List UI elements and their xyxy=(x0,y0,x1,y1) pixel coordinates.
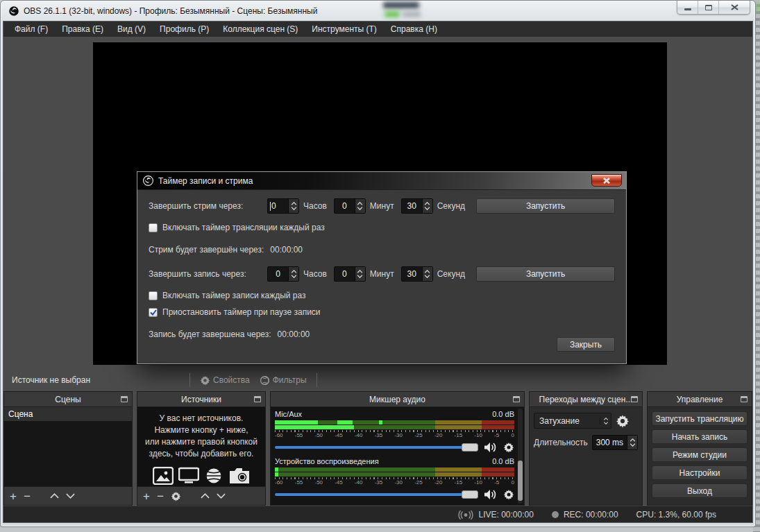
transition-select[interactable]: Затухание xyxy=(534,413,611,429)
record-hours-spinbox[interactable]: 0 xyxy=(267,266,299,282)
stream-minutes-value: 0 xyxy=(335,199,355,213)
spin-down-icon[interactable] xyxy=(424,275,430,278)
sources-empty-line: здесь, чтобы добавить его. xyxy=(137,448,265,460)
scene-list-item[interactable]: Сцена xyxy=(4,407,132,421)
spin-down-icon[interactable] xyxy=(357,207,363,210)
popout-icon[interactable] xyxy=(513,396,520,402)
mixer-panel-header[interactable]: Микшер аудио xyxy=(271,392,524,407)
move-scene-down-button[interactable] xyxy=(66,493,75,499)
volume-slider-handle[interactable] xyxy=(462,490,478,499)
volume-meter xyxy=(275,467,514,477)
spin-down-icon[interactable] xyxy=(357,275,363,278)
record-minutes-spinbox[interactable]: 0 xyxy=(334,266,366,282)
spin-down-icon[interactable] xyxy=(291,207,297,210)
stream-hours-spinbox[interactable]: 0 xyxy=(267,198,299,214)
maximize-button[interactable] xyxy=(698,1,719,14)
start-recording-button[interactable]: Начать запись xyxy=(652,429,748,444)
timer-dialog-titlebar[interactable]: Таймер записи и стрима xyxy=(137,172,626,190)
popout-icon[interactable] xyxy=(631,396,638,402)
stream-seconds-spinbox[interactable]: 30 xyxy=(401,198,433,214)
menu-tools[interactable]: Инструменты (T) xyxy=(305,22,383,37)
duration-spinbox[interactable]: 300 ms xyxy=(592,435,638,450)
channel-settings-gear-icon[interactable] xyxy=(503,442,514,453)
record-timer-checkbox[interactable] xyxy=(149,291,158,300)
minimize-button[interactable] xyxy=(677,1,698,14)
add-source-button[interactable]: + xyxy=(143,490,150,502)
scenes-panel: Сцены Сцена + − xyxy=(3,391,133,506)
remove-source-button[interactable]: − xyxy=(157,490,164,502)
scene-list[interactable]: Сцена xyxy=(4,407,132,486)
controls-panel-header[interactable]: Управление xyxy=(648,392,752,407)
record-start-button[interactable]: Запустить xyxy=(476,266,615,282)
source-properties-button[interactable] xyxy=(171,491,181,501)
start-streaming-button[interactable]: Запустить трансляцию xyxy=(652,411,748,426)
spin-up-icon[interactable] xyxy=(291,270,297,273)
spin-up-icon[interactable] xyxy=(630,438,636,442)
mixer-scrollbar-thumb[interactable] xyxy=(518,461,523,501)
spin-up-icon[interactable] xyxy=(424,202,430,205)
pause-timer-checkbox[interactable] xyxy=(149,308,158,317)
record-countdown-label: Запись будет завершена через: xyxy=(149,329,271,340)
volume-slider-handle[interactable] xyxy=(462,443,478,452)
record-timer-row: Завершить запись через: 0 Часов 0 xyxy=(149,266,615,282)
spin-down-icon[interactable] xyxy=(291,275,297,278)
stream-start-button[interactable]: Запустить xyxy=(476,198,615,214)
spin-down-icon[interactable] xyxy=(424,207,430,210)
spin-up-icon[interactable] xyxy=(424,270,430,273)
volume-slider[interactable] xyxy=(275,446,478,449)
hours-unit-label: Часов xyxy=(303,269,327,279)
studio-mode-button[interactable]: Режим студии xyxy=(652,447,748,462)
menu-view[interactable]: Вид (V) xyxy=(110,22,153,37)
add-scene-button[interactable]: + xyxy=(10,490,17,502)
seconds-unit-label: Секунд xyxy=(437,269,465,279)
sources-panel-header[interactable]: Источники xyxy=(137,392,265,407)
menu-help[interactable]: Справка (H) xyxy=(384,22,444,37)
filters-button[interactable]: Фильтры xyxy=(260,375,307,386)
dialog-close-action-button[interactable]: Закрыть xyxy=(557,337,615,352)
gear-icon xyxy=(200,375,210,386)
properties-button[interactable]: Свойства xyxy=(200,375,250,386)
spin-up-icon[interactable] xyxy=(357,270,363,273)
move-source-down-button[interactable] xyxy=(217,493,226,499)
exit-button[interactable]: Выход xyxy=(652,483,748,498)
popout-icon[interactable] xyxy=(254,396,261,402)
stream-minutes-spinbox[interactable]: 0 xyxy=(334,198,366,214)
move-source-up-button[interactable] xyxy=(201,493,210,499)
scenes-panel-header[interactable]: Сцены xyxy=(4,392,132,407)
record-seconds-spinbox[interactable]: 30 xyxy=(401,266,433,282)
controls-body: Запустить трансляцию Начать запись Режим… xyxy=(648,407,752,505)
popout-icon[interactable] xyxy=(741,396,748,402)
mixer-scrollbar[interactable] xyxy=(518,409,523,504)
sources-panel-title: Источники xyxy=(181,395,221,404)
timer-dialog-close-button[interactable] xyxy=(591,174,622,187)
close-button[interactable] xyxy=(719,1,750,14)
remove-scene-button[interactable]: − xyxy=(24,490,31,502)
menu-file[interactable]: Файл (F) xyxy=(8,22,55,37)
popout-icon[interactable] xyxy=(121,396,128,402)
spin-up-icon[interactable] xyxy=(291,202,297,205)
obs-main-window: OBS 26.1.1 (32-bit, windows) - Профиль: … xyxy=(0,0,756,527)
timer-dialog-title: Таймер записи и стрима xyxy=(158,176,253,186)
transitions-panel-header[interactable]: Переходы между сцен... xyxy=(530,392,642,407)
stream-timer-checkbox[interactable] xyxy=(149,223,158,232)
volume-slider[interactable] xyxy=(275,493,478,496)
settings-button[interactable]: Настройки xyxy=(652,465,748,480)
sources-empty-area[interactable]: У вас нет источников. Нажмите кнопку + н… xyxy=(137,407,265,486)
menu-scene-collection[interactable]: Коллекция сцен (S) xyxy=(216,22,305,37)
menu-edit[interactable]: Правка (E) xyxy=(55,22,110,37)
minutes-unit-label: Минут xyxy=(370,201,394,211)
channel-settings-gear-icon[interactable] xyxy=(503,489,514,500)
spin-down-icon[interactable] xyxy=(630,443,636,447)
seconds-unit-label: Секунд xyxy=(437,201,465,211)
dock-row: Сцены Сцена + − xyxy=(3,391,752,506)
move-scene-up-button[interactable] xyxy=(50,493,59,499)
window-titlebar[interactable]: OBS 26.1.1 (32-bit, windows) - Профиль: … xyxy=(3,1,753,21)
transition-settings-gear-icon[interactable] xyxy=(616,414,630,428)
stream-countdown-label: Стрим будет завершён через: xyxy=(149,245,264,255)
display-source-icon xyxy=(178,467,199,485)
blur-artifact xyxy=(383,2,419,8)
speaker-icon[interactable] xyxy=(484,489,498,500)
speaker-icon[interactable] xyxy=(484,442,498,453)
spin-up-icon[interactable] xyxy=(357,202,363,205)
menu-profile[interactable]: Профиль (P) xyxy=(153,22,216,37)
